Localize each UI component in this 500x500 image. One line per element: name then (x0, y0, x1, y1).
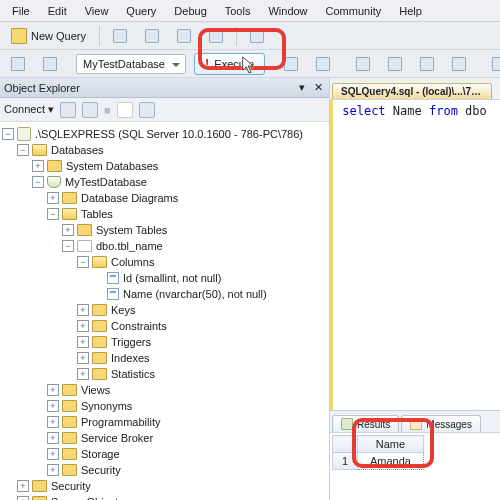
tree-systables[interactable]: System Tables (96, 224, 167, 236)
menu-community[interactable]: Community (318, 3, 390, 19)
editor-tab[interactable]: SQLQuery4.sql - (local)\...\786 ( (332, 83, 492, 99)
menu-file[interactable]: File (4, 3, 38, 19)
tree-col-id[interactable]: Id (smallint, not null) (123, 272, 221, 284)
tb2-btn-e[interactable] (349, 53, 377, 75)
expander[interactable]: + (47, 432, 59, 444)
tb2-btn-a[interactable] (4, 53, 32, 75)
editor-tabstrip: SQLQuery4.sql - (local)\...\786 ( (330, 78, 500, 100)
tb-btn-e[interactable] (243, 25, 271, 47)
tb2-btn-i[interactable] (485, 53, 500, 75)
expander[interactable]: − (47, 208, 59, 220)
tree-sysdb[interactable]: System Databases (66, 160, 158, 172)
results-tab[interactable]: Results (332, 415, 399, 432)
expander[interactable]: + (47, 192, 59, 204)
grid-row-header[interactable]: 1 (333, 453, 358, 470)
folder-icon (77, 224, 92, 236)
tree-serverobjects[interactable]: Server Objects (51, 496, 124, 500)
menu-help[interactable]: Help (391, 3, 430, 19)
tb2-btn-f[interactable] (381, 53, 409, 75)
oe-tool-icon[interactable] (82, 102, 98, 118)
tb-btn-d[interactable] (202, 25, 230, 47)
autohide-icon[interactable]: ▾ (295, 81, 309, 95)
results-grid[interactable]: Name 1Amanda (330, 433, 500, 500)
oe-tool-icon[interactable] (60, 102, 76, 118)
menu-edit[interactable]: Edit (40, 3, 75, 19)
tree-tables[interactable]: Tables (81, 208, 113, 220)
tb-btn-c[interactable] (170, 25, 198, 47)
expander[interactable]: + (77, 320, 89, 332)
folder-icon (62, 192, 77, 204)
messages-tab[interactable]: Messages (401, 415, 481, 432)
tree-columns[interactable]: Columns (111, 256, 154, 268)
menu-query[interactable]: Query (118, 3, 164, 19)
tree-statistics[interactable]: Statistics (111, 368, 155, 380)
tree-constraints[interactable]: Constraints (111, 320, 167, 332)
object-explorer-tree[interactable]: −.\SQLEXPRESS (SQL Server 10.0.1600 - 78… (0, 122, 329, 500)
generic-icon (284, 57, 298, 71)
new-query-button[interactable]: New Query (4, 25, 93, 47)
expander[interactable]: + (47, 384, 59, 396)
expander[interactable]: + (47, 448, 59, 460)
tree-dbdiagrams[interactable]: Database Diagrams (81, 192, 178, 204)
tb2-btn-b[interactable] (36, 53, 64, 75)
menu-view[interactable]: View (77, 3, 117, 19)
expander[interactable]: − (62, 240, 74, 252)
tree-triggers[interactable]: Triggers (111, 336, 151, 348)
expander[interactable]: + (77, 336, 89, 348)
tb2-btn-c[interactable] (277, 53, 305, 75)
generic-icon (177, 29, 191, 43)
expander[interactable]: + (77, 304, 89, 316)
tb2-btn-g[interactable] (413, 53, 441, 75)
oe-refresh-icon[interactable] (139, 102, 155, 118)
expander[interactable]: + (62, 224, 74, 236)
tree-servicebroker[interactable]: Service Broker (81, 432, 153, 444)
tree-security[interactable]: Security (51, 480, 91, 492)
expander[interactable]: + (47, 416, 59, 428)
tree-tblname[interactable]: dbo.tbl_name (96, 240, 163, 252)
tree-storage[interactable]: Storage (81, 448, 120, 460)
connect-dropdown[interactable]: Connect ▾ (4, 103, 54, 116)
sql-editor[interactable]: select Name from dbo (330, 100, 500, 410)
folder-icon (32, 496, 47, 500)
expander[interactable]: + (77, 352, 89, 364)
grid-col-header[interactable]: Name (358, 436, 424, 453)
tb2-btn-d[interactable] (309, 53, 337, 75)
oe-filter-icon[interactable] (117, 102, 133, 118)
expander[interactable]: − (2, 128, 14, 140)
tree-synonyms[interactable]: Synonyms (81, 400, 132, 412)
column-icon (107, 272, 119, 284)
expander[interactable]: + (77, 368, 89, 380)
generic-icon (316, 57, 330, 71)
expander[interactable]: + (17, 496, 29, 500)
grid-cell[interactable]: Amanda (358, 453, 424, 470)
tree-keys[interactable]: Keys (111, 304, 135, 316)
results-tabs: Results Messages (330, 411, 500, 433)
tb-btn-b[interactable] (138, 25, 166, 47)
expander[interactable]: − (17, 144, 29, 156)
tree-server[interactable]: .\SQLEXPRESS (SQL Server 10.0.1600 - 786… (35, 128, 303, 140)
expander[interactable]: + (32, 160, 44, 172)
expander[interactable]: + (47, 464, 59, 476)
tree-mytestdb[interactable]: MyTestDatabase (65, 176, 147, 188)
expander[interactable]: + (47, 400, 59, 412)
expander[interactable]: − (32, 176, 44, 188)
tree-databases[interactable]: Databases (51, 144, 104, 156)
toolbar-standard: New Query (0, 22, 500, 50)
tb2-btn-h[interactable] (445, 53, 473, 75)
menu-tools[interactable]: Tools (217, 3, 259, 19)
execute-button[interactable]: ! Execute (194, 53, 265, 75)
expander[interactable]: + (17, 480, 29, 492)
menu-debug[interactable]: Debug (166, 3, 214, 19)
editor-pane: SQLQuery4.sql - (local)\...\786 ( select… (330, 78, 500, 500)
menu-window[interactable]: Window (260, 3, 315, 19)
tree-security-db[interactable]: Security (81, 464, 121, 476)
separator (236, 26, 237, 46)
tree-indexes[interactable]: Indexes (111, 352, 150, 364)
tree-views[interactable]: Views (81, 384, 110, 396)
close-icon[interactable]: ✕ (311, 81, 325, 95)
tree-programmability[interactable]: Programmability (81, 416, 160, 428)
tree-col-name[interactable]: Name (nvarchar(50), not null) (123, 288, 267, 300)
tb-btn-a[interactable] (106, 25, 134, 47)
expander[interactable]: − (77, 256, 89, 268)
database-dropdown[interactable]: MyTestDatabase (76, 54, 186, 74)
